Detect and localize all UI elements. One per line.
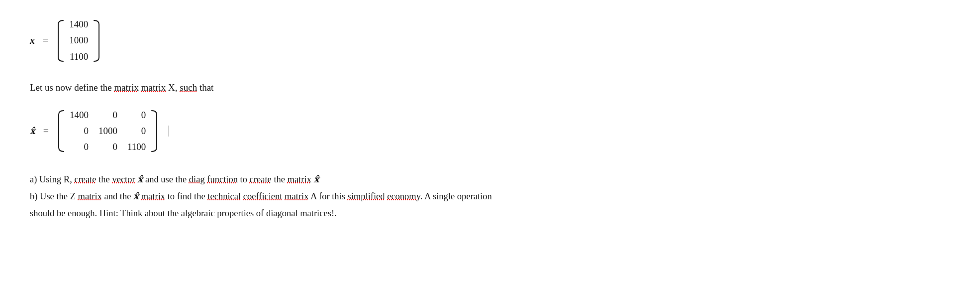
mid-cell-20: 0 [70, 140, 89, 154]
word-matrix5: matrix [141, 191, 165, 201]
word-technical: technical [207, 191, 241, 201]
main-content: x = 1400 1000 1100 Let us now define the… [30, 15, 925, 222]
left-bracket-icon [56, 19, 64, 62]
word-matrix6: matrix [285, 191, 308, 201]
word-such: such [180, 82, 197, 93]
top-vector-equals: = [43, 35, 48, 46]
bottom-line-c: should be enough. Hint: Think about the … [30, 205, 925, 222]
word-matrix4: matrix [78, 191, 102, 201]
word-diag: diag [189, 174, 205, 184]
mid-matrix-label: x̂ [30, 126, 35, 137]
word-function: function [207, 174, 238, 184]
mid-matrix-equation: x̂ = 1400 0 0 0 1000 0 0 0 1100 [30, 106, 925, 157]
word-matrix1: matrix [114, 82, 139, 93]
word-create2: create [250, 174, 272, 184]
mid-text-paragraph: Let us now define the matrix matrix X, s… [30, 80, 925, 95]
mid-cell-12: 0 [127, 124, 146, 139]
top-vector-cell-1: 1000 [69, 33, 88, 48]
top-vector-equation: x = 1400 1000 1100 [30, 15, 925, 66]
top-vector-cell-0: 1400 [69, 17, 88, 32]
word-coefficient: coefficient [243, 191, 283, 201]
top-vector-matrix: 1400 1000 1100 [56, 15, 101, 66]
mid-matrix-equals: = [43, 126, 49, 137]
right-bracket-icon [93, 19, 101, 62]
bottom-line-b: b) Use the Z matrix and the x̂ matrix to… [30, 188, 925, 205]
mid-cell-01: 0 [98, 108, 117, 123]
mid-cell-21: 0 [98, 140, 117, 154]
word-create1: create [74, 174, 96, 184]
top-vector-cell-2: 1100 [69, 49, 88, 64]
mid-matrix-cells: 1400 0 0 0 1000 0 0 0 1100 [66, 106, 150, 157]
text-cursor [169, 126, 169, 137]
mid-left-bracket-icon [57, 110, 65, 152]
word-matrix3: matrix [288, 174, 311, 184]
mid-cell-22: 1100 [127, 140, 146, 154]
mid-cell-11: 1000 [98, 124, 117, 139]
word-economy: economy [387, 191, 420, 201]
mid-matrix-bracket: 1400 0 0 0 1000 0 0 0 1100 [57, 106, 159, 157]
top-vector-cells: 1400 1000 1100 [65, 15, 92, 66]
bottom-text-section: a) Using R, create the vector x̂ and use… [30, 171, 925, 222]
word-vector: vector [112, 174, 135, 184]
word-matrix2: matrix [141, 82, 166, 93]
mid-cell-02: 0 [127, 108, 146, 123]
word-simplified: simplified [348, 191, 385, 201]
mid-cell-10: 0 [70, 124, 89, 139]
bottom-line-a: a) Using R, create the vector x̂ and use… [30, 171, 925, 188]
mid-cell-00: 1400 [70, 108, 89, 123]
top-vector-label: x [30, 35, 35, 46]
mid-right-bracket-icon [151, 110, 159, 152]
